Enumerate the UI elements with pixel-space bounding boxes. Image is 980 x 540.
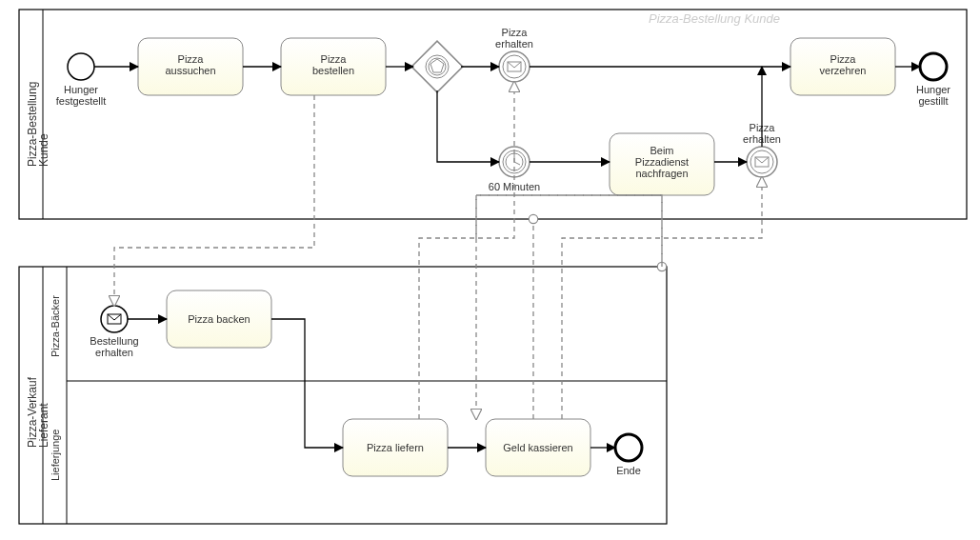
msgflow-ask-to-vendor — [476, 195, 662, 267]
msgflow-order — [114, 95, 314, 306]
task-bake-pizza: Pizza backen — [167, 290, 271, 348]
svg-text:Bestellungerhalten: Bestellungerhalten — [90, 335, 138, 358]
lane-baker-label: Pizza-Bäcker — [50, 295, 61, 357]
task-collect-money: Geld kassieren — [486, 419, 590, 476]
pool-customer-label: Pizza-BestellungKunde — [26, 82, 50, 167]
svg-point-46 — [615, 434, 642, 461]
svg-text:Hungerfestgestellt: Hungerfestgestellt — [56, 84, 107, 107]
svg-text:Geld kassieren: Geld kassieren — [503, 442, 572, 453]
svg-rect-9 — [411, 41, 463, 92]
msgflow-ask-to-vendor-2 — [476, 195, 662, 419]
svg-text:Hungergestillt: Hungergestillt — [916, 84, 950, 107]
svg-text:Pizza liefern: Pizza liefern — [367, 442, 424, 453]
svg-point-31 — [920, 53, 947, 80]
task-order-pizza: Pizzabestellen — [281, 38, 386, 95]
event-based-gateway — [411, 41, 463, 92]
svg-text:Pizzaerhalten: Pizzaerhalten — [495, 27, 533, 50]
end-event-hunger: Hungergestillt — [916, 53, 950, 107]
start-event-hunger: Hungerfestgestellt — [56, 53, 107, 107]
task-eat-pizza: Pizzaverzehren — [790, 38, 895, 95]
svg-point-3 — [68, 53, 94, 80]
task-ask-vendor: BeimPizzadienstnachfragen — [610, 133, 714, 195]
end-event-vendor: Ende — [615, 434, 642, 476]
msgflow-deliver-top — [419, 82, 514, 419]
message-start-vendor: Bestellungerhalten — [90, 306, 138, 358]
lane-courier-label: Lieferjunge — [50, 430, 61, 481]
svg-text:Pizza backen: Pizza backen — [188, 313, 250, 325]
svg-text:Ende: Ende — [616, 465, 641, 476]
message-catch-top: Pizzaerhalten — [495, 27, 533, 82]
bpmn-diagram: Pizza-BestellungKunde Pizza-Bestellung K… — [0, 0, 980, 540]
task-select-pizza: Pizzaaussuchen — [138, 38, 243, 95]
pool-vendor-label: Pizza-VerkaufLieferant — [26, 376, 50, 448]
task-deliver-pizza: Pizza liefern — [343, 419, 448, 476]
diagram-watermark: Pizza-Bestellung Kunde — [649, 11, 780, 26]
